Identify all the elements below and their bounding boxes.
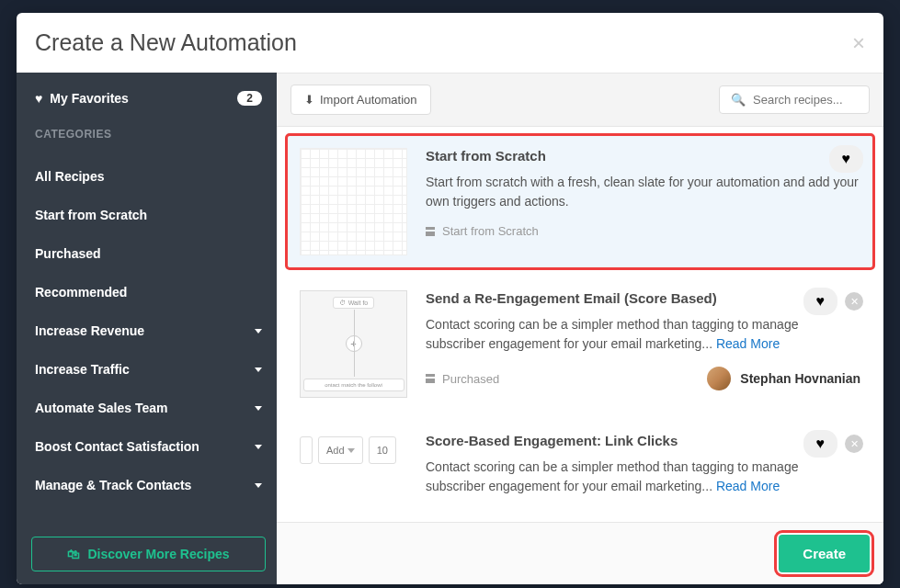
recipe-description: Contact scoring can be a simpler method … [426,315,860,354]
footer-bar: Create [277,522,883,584]
chevron-down-icon [347,448,355,453]
recipe-thumbnail [300,148,407,255]
category-icon [426,227,435,236]
discover-label: Discover More Recipes [87,547,229,561]
sidebar-item-label: Increase Traffic [35,362,130,377]
avatar [707,367,731,390]
import-automation-button[interactable]: ⬇ Import Automation [291,85,431,115]
sidebar-item-label: Purchased [35,246,101,261]
discover-more-recipes-button[interactable]: 🛍 Discover More Recipes [31,537,266,571]
heart-icon: ♥ [842,151,851,166]
recipe-thumbnail: Add 10 [300,433,407,522]
sidebar-item-automate-sales-team[interactable]: Automate Sales Team [31,389,266,427]
favorite-button[interactable]: ♥ [829,145,864,173]
favorites-count-badge: 2 [237,91,262,106]
sidebar-item-recommended[interactable]: Recommended [31,273,266,311]
recipe-author: Stephan Hovnanian [707,367,860,390]
close-icon: ✕ [850,438,859,450]
recipe-tag-label: Start from Scratch [442,224,539,238]
close-icon[interactable]: × [852,30,865,56]
toolbar: ⬇ Import Automation 🔍 [277,73,883,127]
read-more-link[interactable]: Read More [716,336,780,351]
recipe-title: Send a Re-Engagement Email (Score Based) [426,290,860,306]
sidebar-favorites[interactable]: ♥ My Favorites 2 [31,91,266,106]
modal-body: ♥ My Favorites 2 CATEGORIES All Recipes … [17,73,883,584]
chevron-down-icon [255,445,262,449]
favorite-button[interactable]: ♥ [803,288,838,315]
chevron-down-icon [255,406,262,411]
recipe-card-reengagement[interactable]: ⏱Wait fo + ontact match the followi Send… [286,277,874,412]
read-more-link[interactable]: Read More [716,479,780,493]
search-icon: 🔍 [731,93,746,107]
heart-icon: ♥ [816,293,826,309]
favorites-label: My Favorites [50,91,129,106]
chevron-down-icon [255,329,262,334]
heart-icon: ♥ [35,91,42,106]
recipe-thumbnail: ⏱Wait fo + ontact match the followi [300,290,407,398]
sidebar-item-increase-traffic[interactable]: Increase Traffic [31,350,266,389]
recipe-card-link-clicks[interactable]: Add 10 Score-Based Engagement: Link Clic… [286,419,874,522]
heart-icon: ♥ [816,435,826,451]
categories-heading: CATEGORIES [31,128,266,141]
modal-header: Create a New Automation × [17,13,883,73]
remove-button[interactable]: ✕ [845,292,863,311]
chevron-down-icon [255,368,262,372]
automation-modal: Create a New Automation × ♥ My Favorites… [17,13,883,584]
sidebar-item-label: Increase Revenue [35,323,144,338]
remove-button[interactable]: ✕ [845,435,863,453]
sidebar-item-label: Automate Sales Team [35,401,167,415]
search-box[interactable]: 🔍 [719,85,870,114]
recipe-card-start-from-scratch[interactable]: Start from Scratch Start from scratch wi… [286,134,874,269]
sidebar: ♥ My Favorites 2 CATEGORIES All Recipes … [17,73,277,584]
download-icon: ⬇ [304,93,314,107]
chevron-down-icon [255,483,262,488]
recipe-title: Start from Scratch [426,148,860,164]
favorite-button[interactable]: ♥ [803,430,838,458]
recipe-description: Start from scratch with a fresh, clean s… [426,173,860,211]
close-icon: ✕ [850,296,859,308]
category-icon [426,374,435,383]
recipe-tag: Start from Scratch [426,224,539,238]
search-input[interactable] [753,93,858,107]
sidebar-item-label: Boost Contact Satisfaction [35,439,199,454]
bag-icon: 🛍 [67,547,80,561]
sidebar-item-label: Manage & Track Contacts [35,478,191,492]
sidebar-item-boost-contact-satisfaction[interactable]: Boost Contact Satisfaction [31,427,266,466]
sidebar-item-label: All Recipes [35,169,104,184]
sidebar-item-increase-revenue[interactable]: Increase Revenue [31,311,266,350]
sidebar-item-manage-track-contacts[interactable]: Manage & Track Contacts [31,466,266,504]
author-name: Stephan Hovnanian [740,371,860,386]
sidebar-item-purchased[interactable]: Purchased [31,234,266,273]
recipe-tag-label: Purchased [442,372,499,386]
recipe-list: Start from Scratch Start from scratch wi… [277,127,883,522]
recipe-description: Contact scoring can be a simpler method … [426,458,860,496]
import-label: Import Automation [320,93,417,107]
modal-title: Create a New Automation [35,29,297,56]
clock-icon: ⏱ [339,300,346,306]
sidebar-item-all-recipes[interactable]: All Recipes [31,157,266,196]
sidebar-item-label: Recommended [35,285,127,300]
sidebar-item-start-from-scratch[interactable]: Start from Scratch [31,196,266,234]
content-area: ⬇ Import Automation 🔍 Start from Scratch… [277,73,883,584]
sidebar-item-label: Start from Scratch [35,208,147,222]
recipe-title: Score-Based Engagement: Link Clicks [426,433,860,448]
recipe-tag: Purchased [426,372,499,386]
create-button[interactable]: Create [779,535,870,572]
